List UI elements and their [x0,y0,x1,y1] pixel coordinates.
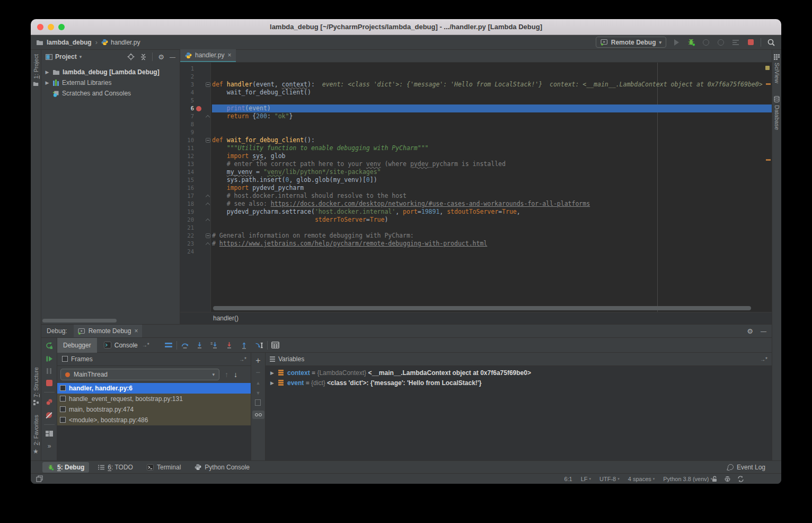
code-text[interactable]: import pydevd_pycharm [212,184,772,192]
duplicate-watch-button[interactable] [256,400,261,406]
fold-gutter[interactable] [204,136,212,144]
add-watch-button[interactable]: + [255,357,260,364]
coverage-button[interactable] [716,38,726,47]
move-down-button[interactable]: ▼ [256,390,261,396]
gutter-space[interactable] [194,160,204,168]
code-line-6[interactable]: 6 print(event) [180,104,772,112]
toolbar-tab-debug[interactable]: 5: Debug [42,462,89,473]
gutter-space[interactable] [194,97,204,104]
breakpoint-icon[interactable] [196,106,201,111]
evaluate-expression-button[interactable] [269,339,283,351]
fold-collapse-icon[interactable] [206,233,210,238]
gutter-space[interactable] [194,240,204,248]
code-text[interactable]: # https://www.jetbrains.com/help/pycharm… [212,240,772,248]
stop-button[interactable] [746,38,755,47]
code-text[interactable]: sys.path.insert(0, glob.glob(my_venv)[0]… [212,176,772,184]
gutter-space[interactable] [194,232,204,240]
gutter-space[interactable] [194,192,204,200]
locate-file-icon[interactable] [127,53,135,60]
search-everywhere-icon[interactable] [766,38,776,47]
fold-gutter[interactable] [204,216,212,224]
warning-stripe-mark[interactable] [766,159,771,161]
gutter-space[interactable] [194,224,204,232]
fold-gutter[interactable] [204,232,212,240]
thread-selector-dropdown[interactable]: MainThread ▾ [60,369,219,380]
show-watches-button[interactable] [252,411,264,419]
gutter-space[interactable] [194,144,204,152]
indent-selector[interactable]: 4 spaces▾ [628,476,655,482]
code-text[interactable]: """Utility function to enable debugging … [212,144,772,152]
gutter-space[interactable] [194,112,204,120]
code-text[interactable] [212,128,772,136]
step-into-my-code-button[interactable] [208,339,222,351]
gutter-space[interactable] [194,184,204,192]
view-breakpoints-button[interactable] [46,398,53,406]
warning-stripe-mark[interactable] [766,83,771,85]
toolbar-tab-python-console[interactable]: Python Console [190,462,254,473]
project-hscrollbar[interactable] [42,319,117,322]
fold-end-icon[interactable] [206,202,210,206]
rerun-button[interactable] [45,342,53,350]
run-configuration-dropdown[interactable]: Remote Debug ▾ [596,37,666,48]
code-line-16[interactable]: 16 import pydevd_pycharm [180,184,772,192]
step-over-button[interactable] [178,339,192,351]
next-frame-button[interactable]: ↓ [234,370,237,379]
code-line-1[interactable]: 1 [180,65,772,73]
code-line-21[interactable]: 21 [180,224,772,232]
resume-button[interactable] [46,355,53,362]
code-text[interactable]: print(event) [212,104,772,112]
previous-frame-button[interactable]: ↑ [225,370,228,379]
debug-session-tab[interactable]: Remote Debug × [74,325,143,337]
sync-icon[interactable] [737,476,744,482]
fold-end-icon[interactable] [206,242,210,246]
fold-collapse-icon[interactable] [206,82,210,87]
close-icon[interactable]: × [227,51,231,59]
code-text[interactable]: def wait_for_debug_client(): [212,136,772,144]
gutter-space[interactable] [194,176,204,184]
gutter-space[interactable] [194,65,204,73]
gutter-space[interactable] [194,136,204,144]
encoding-selector[interactable]: UTF-8▾ [599,476,620,482]
code-text[interactable]: # enter the correct path here to your ve… [212,160,772,168]
more-actions-button[interactable]: » [48,442,51,450]
frame-row[interactable]: main, bootstrap.py:474 [57,404,251,415]
move-up-button[interactable]: ▲ [256,380,261,386]
editor-tab-handler[interactable]: handler.py × [180,49,236,62]
tool-stripe-database[interactable]: Database [774,96,780,130]
code-text[interactable] [212,65,772,73]
code-text[interactable] [212,224,772,232]
code-text[interactable] [212,120,772,128]
code-text[interactable]: # see also: https://docs.docker.com/desk… [212,200,772,208]
close-icon[interactable]: × [134,327,138,335]
restore-layout-button[interactable] [46,431,53,437]
line-ending-selector[interactable]: LF▾ [581,476,591,482]
fold-collapse-icon[interactable] [206,138,210,143]
code-text[interactable]: def handler(event, context): event: <cla… [212,81,772,89]
gutter-space[interactable] [194,120,204,128]
code-text[interactable]: wait_for_debug_client() [212,89,772,97]
breakpoint-gutter[interactable] [194,104,204,112]
gear-icon[interactable]: ⚙ [747,328,753,335]
run-button[interactable] [672,38,681,47]
tab-console[interactable]: Console →* [98,338,155,353]
code-line-2[interactable]: 2 [180,73,772,81]
gear-icon[interactable]: ⚙ [158,54,164,60]
code-text[interactable]: pydevd_pycharm.settrace('host.docker.int… [212,208,772,216]
editor-hscrollbar[interactable] [213,306,762,310]
expand-arrow-icon[interactable]: ▶ [45,80,50,85]
collapse-all-icon[interactable] [140,54,147,60]
code-text[interactable]: return {200: "ok"} [212,112,772,120]
tool-window-switcher-icon[interactable] [36,475,43,482]
fold-end-icon[interactable] [206,218,210,222]
expand-arrow-icon[interactable]: ▶ [270,380,275,386]
event-log-button[interactable]: Event Log [728,464,765,471]
fold-end-icon[interactable] [206,194,210,198]
gutter-space[interactable] [194,73,204,81]
gutter-space[interactable] [194,81,204,89]
code-line-22[interactable]: 22# General information on remote debugg… [180,232,772,240]
code-line-17[interactable]: 17 # host.docker.internal should resolve… [180,192,772,200]
editor-breadcrumb[interactable]: handler() [180,312,772,324]
layout-settings-icon[interactable] [162,339,175,351]
tree-item-scratches[interactable]: Scratches and Consoles [41,88,180,99]
breadcrumb-file[interactable]: handler.py [111,39,140,46]
